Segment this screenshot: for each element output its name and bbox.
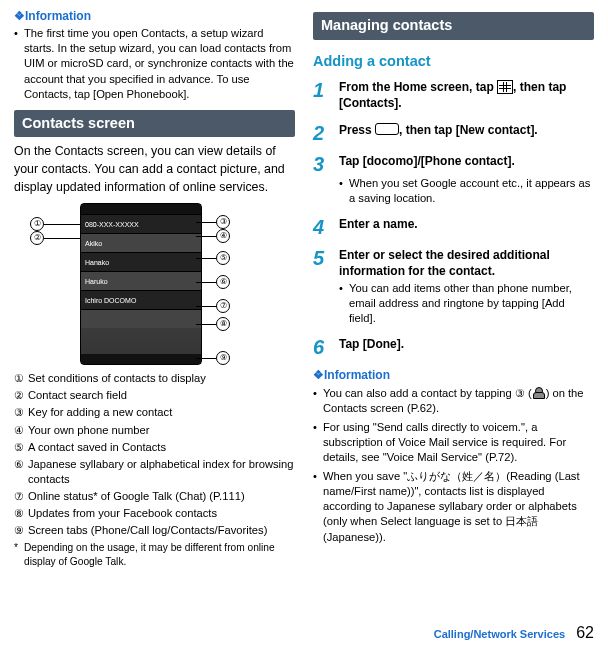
def-item: ⑨Screen tabs (Phone/Call log/Contacts/Fa… xyxy=(14,523,295,538)
step-title: Tap [docomo]/[Phone contact]. xyxy=(339,153,594,169)
callout-circle: ② xyxy=(30,231,44,245)
callout-9: ⑨ xyxy=(216,351,230,365)
page-number: 62 xyxy=(576,624,594,641)
left-column: ❖Information • The first time you open C… xyxy=(14,8,295,648)
callout-3: ③ xyxy=(216,215,230,229)
def-item: ⑦Online status* of Google Talk (Chat) (P… xyxy=(14,489,295,504)
callout-5: ⑤ xyxy=(216,251,230,265)
section-contacts-screen: Contacts screen xyxy=(14,110,295,138)
callout-circle: ⑧ xyxy=(216,317,230,331)
step-sub: •You can add items other than phone numb… xyxy=(339,281,594,326)
info-bullet: • You can also add a contact by tapping … xyxy=(313,386,594,416)
phone-mock: 080-XXX-XXXXX Akiko Hanako Haruko Ichiro… xyxy=(80,203,202,365)
info-bullet: • The first time you open Contacts, a se… xyxy=(14,26,295,102)
def-item: ②Contact search field xyxy=(14,388,295,403)
callout-8: ⑧ xyxy=(216,317,230,331)
callout-6: ⑥ xyxy=(216,275,230,289)
page-footer: Calling/Network Services 62 xyxy=(434,622,594,644)
callout-4: ④ xyxy=(216,229,230,243)
callout-circle: ③ xyxy=(216,215,230,229)
step-number: 3 xyxy=(313,153,339,174)
callout-circle: ⑦ xyxy=(216,299,230,313)
info-text: For using "Send calls directly to voicem… xyxy=(323,420,594,465)
callout-definitions: ①Set conditions of contacts to display ②… xyxy=(14,371,295,540)
def-item: ⑤A contact saved in Contacts xyxy=(14,440,295,455)
step-title: Press , then tap [New contact]. xyxy=(339,122,594,138)
step-title: Enter a name. xyxy=(339,216,594,232)
info-heading: ❖Information xyxy=(313,367,594,383)
callout-2: ② xyxy=(30,231,44,245)
def-item: ③Key for adding a new contact xyxy=(14,405,295,420)
step-number: 5 xyxy=(313,247,339,268)
step-5: 5 Enter or select the desired additional… xyxy=(313,247,594,327)
step-title: Tap [Done]. xyxy=(339,336,594,352)
bullet-dot: • xyxy=(14,26,24,102)
step-number: 4 xyxy=(313,216,339,237)
info-bullet: • When you save "ふりがな（姓／名）(Reading (Last… xyxy=(313,469,594,545)
phone-row: 080-XXX-XXXXX xyxy=(81,214,201,233)
callout-7: ⑦ xyxy=(216,299,230,313)
callout-circle: ⑥ xyxy=(216,275,230,289)
step-3: 3 Tap [docomo]/[Phone contact]. •When yo… xyxy=(313,153,594,206)
subhead-adding-contact: Adding a contact xyxy=(313,52,594,72)
def-item: ⑧Updates from your Facebook contacts xyxy=(14,506,295,521)
def-item: ⑥Japanese syllabary or alphabetical inde… xyxy=(14,457,295,487)
intro-text: On the Contacts screen, you can view det… xyxy=(14,143,295,197)
step-1: 1 From the Home screen, tap , then tap [… xyxy=(313,79,594,111)
phone-diagram: 080-XXX-XXXXX Akiko Hanako Haruko Ichiro… xyxy=(30,203,270,363)
step-number: 2 xyxy=(313,122,339,143)
phone-row xyxy=(81,309,201,328)
phone-row: Ichiro DOCOMO xyxy=(81,290,201,309)
step-sub: •When you set Google account etc., it ap… xyxy=(339,176,594,206)
phone-bottom-bar xyxy=(81,354,201,364)
step-2: 2 Press , then tap [New contact]. xyxy=(313,122,594,143)
callout-circle: ④ xyxy=(216,229,230,243)
right-column: Managing contacts Adding a contact 1 Fro… xyxy=(313,8,594,648)
callout-1: ① xyxy=(30,217,44,231)
section-managing-contacts: Managing contacts xyxy=(313,12,594,40)
menu-key-icon xyxy=(375,123,399,135)
info-text: When you save "ふりがな（姓／名）(Reading (Last n… xyxy=(323,469,594,545)
step-6: 6 Tap [Done]. xyxy=(313,336,594,357)
callout-circle: ① xyxy=(30,217,44,231)
callout-circle: ⑤ xyxy=(216,251,230,265)
info-bullet: • For using "Send calls directly to voic… xyxy=(313,420,594,465)
step-4: 4 Enter a name. xyxy=(313,216,594,237)
phone-row: Hanako xyxy=(81,252,201,271)
def-item: ④Your own phone number xyxy=(14,423,295,438)
page: { "left": { "info_head": "❖Information",… xyxy=(0,0,608,648)
step-number: 1 xyxy=(313,79,339,100)
info-text: You can also add a contact by tapping ③ … xyxy=(323,386,594,416)
info-heading: ❖Information xyxy=(14,8,295,24)
step-number: 6 xyxy=(313,336,339,357)
step-title: Enter or select the desired additional i… xyxy=(339,247,594,279)
status-bar xyxy=(81,204,201,214)
person-icon xyxy=(532,387,546,399)
def-item: ①Set conditions of contacts to display xyxy=(14,371,295,386)
phone-row: Akiko xyxy=(81,233,201,252)
callout-circle: ⑨ xyxy=(216,351,230,365)
step-title: From the Home screen, tap , then tap [Co… xyxy=(339,79,594,111)
info-text: The first time you open Contacts, a setu… xyxy=(24,26,295,102)
footer-label: Calling/Network Services xyxy=(434,628,565,640)
phone-row: Haruko xyxy=(81,271,201,290)
home-grid-icon xyxy=(497,80,513,94)
footnote: *Depending on the usage, it may be diffe… xyxy=(14,541,295,568)
